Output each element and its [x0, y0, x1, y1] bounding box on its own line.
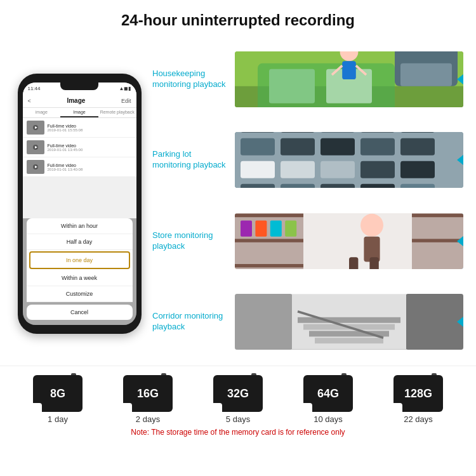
page-header: 24-hour uninterrupted recording — [0, 0, 476, 36]
phone-list-item[interactable]: Full-time video 2019-01-01 13:45:00 — [23, 138, 136, 157]
svg-rect-41 — [235, 239, 303, 242]
phone-screen: 11:44 ▲◼▮ < Image Edit image Image Remot… — [23, 83, 136, 325]
scenarios-panel: Housekeeping monitoring playback — [152, 36, 463, 366]
svg-rect-18 — [241, 132, 275, 133]
scenario-image-housekeeping — [235, 51, 463, 107]
svg-rect-49 — [270, 220, 282, 236]
scenario-image-parking — [235, 132, 463, 188]
phone-tab-image2[interactable]: Image — [60, 108, 98, 117]
sd-size-128g: 128G — [404, 387, 432, 400]
sd-size-16g: 16G — [137, 387, 159, 400]
phone-icons: ▲◼▮ — [119, 86, 131, 91]
scenario-label-parking: Parking lot monitoring playback — [152, 149, 228, 171]
sd-days-8g: 1 day — [48, 414, 68, 424]
sd-note: Note: The storage time of the memory car… — [13, 428, 463, 437]
scenario-label-store: Store monitoring playback — [152, 230, 228, 252]
sd-card-icon-8g: 8G — [33, 375, 83, 412]
sd-card-icon-32g: 32G — [213, 375, 263, 412]
svg-rect-53 — [349, 257, 358, 269]
main-content: 11:44 ▲◼▮ < Image Edit image Image Remot… — [0, 36, 476, 366]
svg-marker-63 — [235, 294, 292, 350]
video-thumb-3 — [27, 160, 44, 174]
phone-list-item[interactable]: Full-time video 2019-01-01 15:55:08 — [23, 118, 136, 138]
phone-dropdown-overlay: Within an hour Half a day In one day Wit… — [23, 218, 136, 325]
svg-rect-21 — [360, 132, 395, 133]
phone-nav-left[interactable]: < — [28, 98, 31, 104]
phone-time: 11:44 — [28, 86, 41, 91]
sd-card-128g: 128G 22 days — [393, 375, 443, 424]
sd-card-8g: 8G 1 day — [33, 375, 83, 424]
svg-rect-33 — [241, 184, 275, 188]
svg-rect-31 — [360, 161, 395, 178]
svg-rect-35 — [321, 184, 355, 188]
svg-rect-24 — [281, 138, 315, 155]
sd-section: 8G 1 day 16G 2 days 32G 5 days 64G 10 da… — [0, 366, 476, 442]
svg-rect-34 — [281, 184, 315, 188]
sd-days-128g: 22 days — [404, 414, 433, 424]
page-title: 24-hour uninterrupted recording — [6, 11, 470, 29]
video-title-2: Full-time video — [48, 143, 133, 148]
svg-rect-48 — [255, 220, 267, 236]
svg-rect-32 — [400, 161, 435, 178]
svg-rect-50 — [285, 220, 296, 236]
phone-video-list: Full-time video 2019-01-01 15:55:08 Full… — [23, 118, 136, 177]
phone-cancel-button[interactable]: Cancel — [27, 305, 133, 320]
svg-rect-22 — [400, 132, 435, 133]
sd-card-32g: 32G 5 days — [213, 375, 263, 424]
dropdown-item-halfday[interactable]: Half a day — [27, 234, 133, 250]
scenario-corridor: Corridor monitoring playback — [152, 284, 463, 361]
svg-rect-26 — [360, 138, 395, 155]
sd-days-32g: 5 days — [226, 414, 250, 424]
sd-card-16g: 16G 2 days — [123, 375, 173, 424]
sd-card-64g: 64G 10 days — [303, 375, 353, 424]
dropdown-item-hour[interactable]: Within an hour — [27, 218, 133, 234]
phone-list-item[interactable]: Full-time video 2019-01-01 13:40:08 — [23, 157, 136, 177]
svg-point-51 — [360, 214, 383, 237]
sd-days-16g: 2 days — [136, 414, 160, 424]
video-title-1: Full-time video — [48, 124, 133, 128]
svg-rect-47 — [241, 220, 252, 236]
scenario-arrow-corridor — [457, 317, 463, 327]
svg-rect-67 — [298, 317, 400, 323]
svg-marker-64 — [406, 294, 463, 350]
phone-notch — [60, 83, 98, 90]
svg-rect-12 — [342, 61, 356, 79]
sd-cards-row: 8G 1 day 16G 2 days 32G 5 days 64G 10 da… — [13, 375, 463, 424]
scenario-label-corridor: Corridor monitoring playback — [152, 311, 228, 333]
sd-size-8g: 8G — [50, 387, 65, 400]
phone-nav: < Image Edit — [23, 94, 136, 108]
phone-tab-image[interactable]: image — [23, 108, 61, 117]
svg-rect-36 — [360, 184, 395, 188]
phone-tabs: image Image Remote playback — [23, 108, 136, 118]
video-thumb-1 — [27, 121, 44, 135]
svg-rect-37 — [400, 184, 435, 188]
phone-mockup: 11:44 ▲◼▮ < Image Edit image Image Remot… — [18, 74, 142, 334]
svg-rect-42 — [235, 264, 303, 267]
scenario-housekeeping: Housekeeping monitoring playback — [152, 41, 463, 118]
svg-rect-20 — [321, 132, 355, 133]
phone-nav-right[interactable]: Edit — [121, 98, 131, 104]
svg-rect-40 — [235, 214, 303, 217]
scenario-arrow-store — [457, 236, 463, 246]
svg-rect-9 — [269, 69, 315, 103]
svg-rect-30 — [321, 161, 355, 178]
dropdown-item-customize[interactable]: Customize — [27, 286, 133, 302]
scenario-store: Store monitoring playback — [152, 202, 463, 280]
svg-rect-70 — [315, 338, 383, 343]
scenario-image-corridor — [235, 294, 463, 350]
dropdown-item-oneday[interactable]: In one day — [29, 251, 130, 269]
dropdown-item-week[interactable]: Within a week — [27, 270, 133, 286]
sd-size-32g: 32G — [227, 387, 249, 400]
svg-rect-28 — [241, 161, 275, 178]
svg-rect-57 — [412, 239, 463, 242]
svg-rect-27 — [400, 138, 435, 155]
svg-rect-54 — [369, 257, 378, 269]
svg-rect-25 — [321, 138, 355, 155]
scenario-arrow-housekeeping — [457, 74, 463, 84]
sd-size-64g: 64G — [317, 387, 339, 400]
sd-card-icon-128g: 128G — [393, 375, 443, 412]
phone-tab-remote[interactable]: Remote playback — [98, 108, 136, 117]
svg-rect-16 — [400, 63, 452, 86]
video-date-1: 2019-01-01 15:55:08 — [48, 128, 133, 132]
video-thumb-2 — [27, 140, 44, 154]
